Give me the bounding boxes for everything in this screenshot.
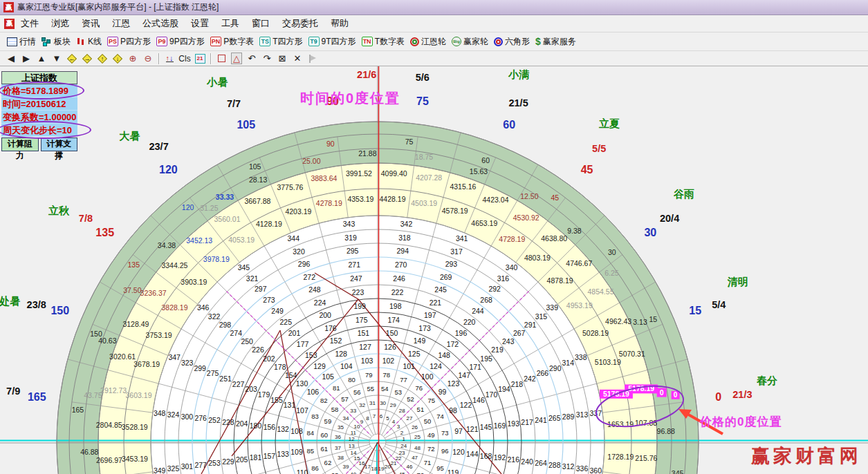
menu-item-8[interactable]: 交易委托 [276,15,324,32]
menu-item-9[interactable]: 帮助 [324,15,355,32]
calendar-icon[interactable]: 21 [192,53,207,65]
wheel-element: 4728.19 [499,235,525,243]
wheel-element: 46.88 [80,448,98,456]
gann-wheel-chart[interactable]: 1234567891011121314151617181920212223242… [0,66,868,474]
wheel-element: 338 [575,353,587,361]
wheel-element: 243 [502,337,515,345]
toolbar-button-江恩轮[interactable]: 江恩轮 [407,35,449,48]
menu-item-6[interactable]: 工具 [215,15,246,32]
wheel-element: 5070.31 [619,350,645,358]
toolbar-button-赢家轮[interactable]: Big赢家轮 [449,35,491,48]
symbol-info-panel: 上证指数 价格=5178.1899时间=20150612变换系数=1.00000… [1,71,77,151]
wheel-element: 57 [341,395,349,403]
wheel-element: 立夏 [598,117,620,129]
wheel-element: 295 [347,247,359,255]
cls-button[interactable]: Cls [177,53,192,65]
wheel-element: 46 [407,464,413,470]
wheel-element: 204 [236,419,248,428]
box-x-icon[interactable]: ⊠ [275,53,290,65]
wheel-element: 4428.19 [380,195,406,203]
menu-item-0[interactable]: 文件 [15,15,45,32]
wheel-element: 12 [349,436,355,442]
diamond-left-icon[interactable]: ← [64,53,80,65]
toolbar-button-赢家服务[interactable]: $赢家服务 [533,35,579,48]
wheel-element: 60 [481,156,490,164]
menu-item-3[interactable]: 江恩 [106,15,136,32]
wheel-element: 195 [480,354,492,363]
toolbar-button-9P四方形[interactable]: P99P四方形 [154,35,207,48]
toolbar-button-P四方形[interactable]: PSP四方形 [104,35,154,48]
zoom-in-icon[interactable]: ⊕ [125,53,140,65]
wheel-element: 148 [438,351,450,359]
wheel-element: 62 [324,459,332,466]
square-tool-icon[interactable] [214,53,229,65]
candlestick-icon [76,37,86,46]
wheel-element: 155 [270,396,283,404]
wheel-element: 317 [450,247,463,256]
arrow-up-icon[interactable]: ▲ [34,53,49,65]
diamond-right-icon[interactable]: → [80,53,95,65]
wheel-element: 122 [460,401,472,409]
flip-vertical-icon[interactable]: ↑↓ [162,53,177,65]
wheel-element: 71 [424,459,432,466]
wheel-element: 23/8 [27,299,46,310]
wheel-element: 154 [285,371,297,379]
arrow-left-icon[interactable]: ◀ [3,53,19,65]
wheel-element: 132 [277,425,289,433]
calc-resistance-button[interactable]: 计算阻力 [1,138,39,151]
diamond-up-icon[interactable]: ↑ [95,53,110,65]
menu-item-2[interactable]: 资讯 [75,15,106,32]
triangle-tool-icon[interactable]: △ [229,53,244,65]
wheel-element: 144 [466,450,479,458]
wheel-element: 81 [333,384,340,392]
wheel-element: 269 [440,273,452,281]
wheel-element: 7/7 [227,98,241,109]
wheel-element: 294 [397,247,409,255]
menu-item-4[interactable]: 公式选股 [136,15,185,32]
wheel-element: 小满 [508,68,529,80]
wheel-element: 293 [445,260,458,268]
toolbar-button-P数字表[interactable]: PNP数字表 [207,35,257,48]
wheel-element: 197 [424,311,436,319]
toolbar-button-六角形[interactable]: 六角形 [491,35,533,48]
zoom-out-icon[interactable]: ⊖ [140,53,156,65]
flag-icon[interactable] [305,53,320,65]
wheel-element: 4207.28 [416,173,442,182]
wheel-element: 124 [430,362,442,370]
rotate-cw-icon[interactable]: ↷ [259,53,275,65]
wheel-element: 324 [167,410,180,419]
calc-support-button[interactable]: 计算支撑 [41,138,78,151]
menu-item-1[interactable]: 浏览 [45,15,75,32]
toolbar-button-T数字表[interactable]: TNT数字表 [359,35,407,48]
toolbar-button-9T四方形[interactable]: T99T四方形 [306,35,359,48]
wheel-element: 318 [398,234,411,242]
gann-wheel-svg[interactable]: 1234567891011121314151617181920212223242… [0,66,868,474]
drawing-toolbar: ◀▶▲▼←→↑↓⊕⊖↑↓Cls21△↶↷⊠✕ [0,51,868,66]
wheel-element: 60 [320,431,328,439]
wheel-element: 3828.19 [162,303,188,312]
arrow-down-icon[interactable]: ▼ [49,53,64,65]
menu-item-7[interactable]: 窗口 [246,15,276,32]
arrow-right-icon[interactable]: ▶ [19,53,34,65]
wheel-element: 4203.19 [285,207,311,216]
wheel-element: 春分 [756,375,777,386]
wheel-element: 203 [245,385,257,393]
info-row-3: 周天变化步长=10 [1,124,77,137]
toolbar-button-K线[interactable]: K线 [73,35,104,48]
toolbar-button-板块[interactable]: 板块 [39,35,73,48]
wheel-element: 219 [491,345,504,354]
toolbar-button-行情[interactable]: 行情 [4,35,39,48]
wheel-element: 147 [459,371,471,379]
wheel-element: 145 [480,423,492,431]
wheel-element: 133 [277,450,289,458]
wheel-element: 4530.92 [513,214,539,222]
wheel-element: 4653.19 [471,219,497,227]
toolbar-button-T四方形[interactable]: TST四方形 [257,35,305,48]
rotate-ccw-icon[interactable]: ↶ [244,53,259,65]
collapse-icon[interactable]: ✕ [290,53,305,65]
wheel-element: 248 [308,285,321,294]
wheel-element: 120 [182,203,194,211]
menu-item-5[interactable]: 设置 [185,15,215,32]
diamond-down-icon[interactable]: ↓ [110,53,125,65]
wheel-element: 349 [154,466,166,474]
